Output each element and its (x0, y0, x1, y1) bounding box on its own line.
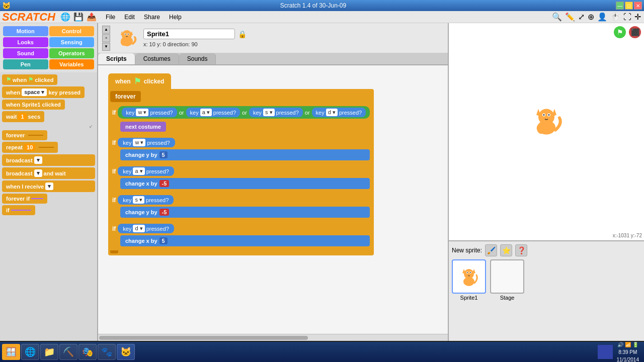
green-flag-button[interactable]: ⚑ (614, 26, 626, 38)
stage-coord-display: x:-1031 y:-72 (613, 233, 642, 238)
if-block-w[interactable]: if key w ▾ pressed? change y by 5 (110, 136, 372, 162)
menu-share[interactable]: Share (140, 13, 164, 22)
tab-costumes[interactable]: Costumes (135, 53, 179, 64)
stage-cat-image (526, 100, 567, 140)
if-block-keys[interactable]: if key w ▾ pressed? or key (110, 104, 372, 134)
sprite-info: Sprite1 🔒 x: 10 y: 0 direction: 90 (143, 29, 444, 47)
tab-sounds[interactable]: Sounds (179, 53, 216, 64)
surprise-sprite-button[interactable]: ❓ (515, 244, 527, 256)
sprites-toolbar: New sprite: 🖌️ ⭐ ❓ (452, 244, 641, 256)
toolbar-icon-4[interactable]: ⊕ (588, 12, 594, 22)
block-change-x-5[interactable]: change x by 5 (120, 235, 370, 246)
cat-looks-button[interactable]: Looks (3, 37, 48, 47)
menu-file[interactable]: File (102, 13, 119, 22)
taskbar-scratch[interactable]: 🐱 (117, 344, 135, 360)
menu-edit[interactable]: Edit (120, 13, 139, 22)
if-block-d[interactable]: if key d ▾ pressed? change x by 5 (110, 222, 372, 248)
cat-control-button[interactable]: Control (49, 26, 95, 36)
stop-button[interactable]: ⬛ (629, 26, 641, 38)
toolbar-icon-1[interactable]: 🔍 (552, 12, 562, 22)
block-when-receive[interactable]: when I receive ▾ (2, 180, 95, 192)
sprite-name-input[interactable]: Sprite1 (143, 29, 235, 39)
cat-motion-button[interactable]: Motion (3, 26, 48, 36)
paint-sprite-button[interactable]: 🖌️ (485, 244, 497, 256)
cat-variables-button[interactable]: Variables (49, 59, 95, 69)
toolbar-icon-2[interactable]: ✏️ (565, 12, 575, 22)
taskbar-app1[interactable]: 🎭 (78, 344, 97, 360)
sprite1-label: Sprite1 (460, 295, 478, 301)
taskbar-minecraft[interactable]: ⛏️ (59, 344, 77, 360)
sprite-nav-up[interactable]: ▲ (102, 26, 110, 34)
import-sprite-button[interactable]: ⭐ (500, 244, 512, 256)
block-change-x-neg5[interactable]: change x by -5 (120, 178, 370, 189)
if-block-s[interactable]: if key s ▾ pressed? change y by -5 (110, 193, 372, 220)
block-repeat[interactable]: repeat 10 (2, 142, 58, 153)
forever-block[interactable]: forever if key w ▾ pressed? (108, 89, 374, 255)
taskbar-icons: 🔊 📶 🔋 (617, 342, 638, 347)
sprite-stage[interactable]: Stage (490, 259, 524, 301)
sprite-thumbnail (114, 26, 139, 51)
if-s-header: if key s ▾ pressed? (112, 195, 370, 205)
maximize-button[interactable]: □ (625, 2, 633, 10)
menubar: SCRATCH 🌐 💾 📤 File Edit Share Help 🔍 ✏️ … (0, 11, 644, 23)
toolbar-icon-7[interactable]: ⛶ (623, 13, 631, 22)
cond-key-d-alone: key d ▾ pressed? (118, 224, 174, 233)
scripts-area[interactable]: when ⚑ clicked forever if k (98, 65, 448, 334)
block-forever[interactable]: forever (2, 130, 47, 140)
cat-sound-button[interactable]: Sound (3, 48, 48, 58)
scrollbar-thumb[interactable] (99, 336, 308, 340)
if-block-a[interactable]: if key a ▾ pressed? change x by -5 (110, 164, 372, 191)
block-when-flag[interactable]: ⚑ when ⚑ clicked (2, 74, 57, 85)
sprites-list: Sprite1 Stage (452, 259, 641, 301)
block-when-sprite-clicked[interactable]: when Sprite1 clicked (2, 100, 65, 110)
start-button[interactable]: 🪟 (2, 344, 20, 360)
block-broadcast-wait[interactable]: broadcast ▾ and wait (2, 167, 95, 179)
hat-block-when-clicked[interactable]: when ⚑ clicked (108, 73, 171, 89)
horizontal-scrollbar[interactable] (98, 334, 448, 341)
sprite-coords: x: 10 y: 0 direction: 90 (143, 41, 444, 47)
cursor-indicator: ↙ (2, 124, 93, 129)
close-button[interactable]: ✕ (634, 2, 642, 10)
block-next-costume[interactable]: next costume (120, 122, 166, 132)
taskbar-app2[interactable]: 🐾 (98, 344, 116, 360)
taskbar-browser[interactable]: 🌐 (21, 344, 39, 360)
tab-scripts[interactable]: Scripts (98, 53, 135, 64)
cat-sensing-button[interactable]: Sensing (49, 37, 95, 47)
block-forever-if[interactable]: forever if (2, 194, 47, 204)
cat-pen-button[interactable]: Pen (3, 59, 48, 69)
svg-point-6 (125, 34, 126, 35)
forever-end-nub (110, 250, 118, 253)
menu-help[interactable]: Help (165, 13, 186, 22)
toolbar-icon-8[interactable]: ✛ (634, 12, 641, 22)
app-icon: 🐱 (2, 2, 11, 10)
stage-area[interactable]: ⚑ ⬛ (449, 23, 644, 240)
sprite-nav-expand[interactable]: + (102, 34, 110, 42)
sprite-cat-image (115, 26, 139, 50)
svg-point-19 (464, 269, 474, 279)
block-broadcast[interactable]: broadcast ▾ (2, 154, 95, 166)
block-when-key[interactable]: when space ▾ key pressed (2, 86, 85, 98)
share-icon[interactable]: 📤 (87, 12, 97, 22)
block-if[interactable]: if (2, 205, 35, 215)
block-wait[interactable]: wait 1 secs (2, 111, 44, 122)
taskbar-folder[interactable]: 📁 (40, 344, 58, 360)
block-change-y-neg5[interactable]: change y by -5 (120, 207, 370, 218)
cond-key-s: key s ▾ pressed? (249, 108, 303, 117)
toolbar-icon-3[interactable]: ⤢ (578, 12, 585, 22)
toolbar-icon-6[interactable]: 🖱️ (610, 12, 620, 22)
lock-icon: 🔒 (238, 30, 247, 38)
block-change-y-5[interactable]: change y by 5 (120, 149, 370, 160)
stage-label: Stage (500, 295, 515, 301)
globe-icon[interactable]: 🌐 (60, 12, 70, 22)
taskbar-time: 8:39 PM (618, 349, 637, 355)
save-icon[interactable]: 💾 (73, 12, 84, 22)
svg-point-25 (470, 272, 471, 273)
toolbar-icon-5[interactable]: 👤 (597, 12, 607, 22)
minimize-button[interactable]: — (616, 2, 624, 10)
titlebar: 🐱 Scratch 1.4 of 30-Jun-09 — □ ✕ (0, 0, 644, 11)
taskbar-indicator (598, 345, 613, 359)
sprite-item-1[interactable]: Sprite1 (452, 259, 486, 301)
cat-operators-button[interactable]: Operators (49, 48, 95, 58)
sprite-nav-down[interactable]: ▼ (102, 43, 110, 51)
taskbar-date: 11/1/2014 (617, 357, 639, 363)
